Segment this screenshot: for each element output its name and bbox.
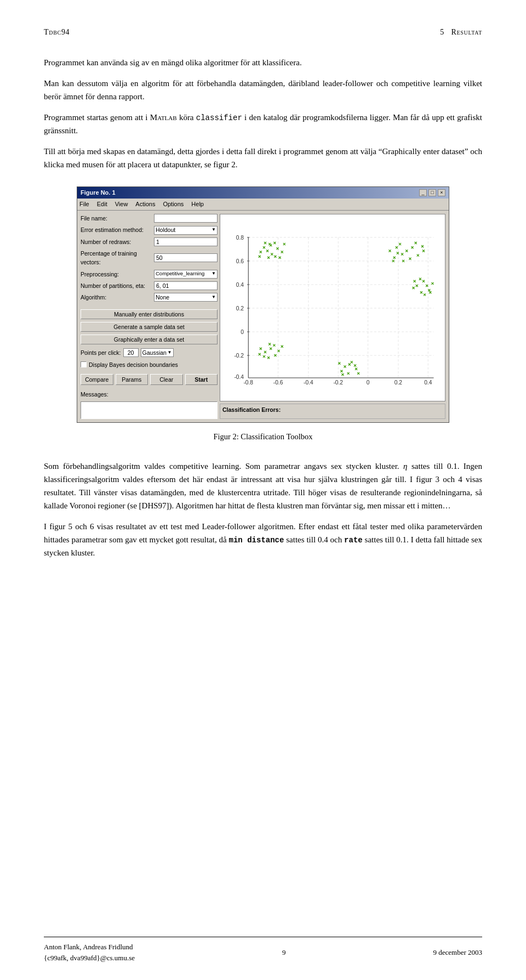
titlebar-buttons: _ □ × <box>419 189 445 196</box>
code-min-distance: min distance <box>229 536 284 545</box>
page-header: Tdbc94 5 Resultat <box>44 26 482 38</box>
params-button[interactable]: Params <box>116 374 148 385</box>
points-per-click-row: Points per click: 20 Gaussian ▼ <box>81 348 218 357</box>
manually-enter-button[interactable]: Manually enter distributions <box>81 309 218 319</box>
window-title: Figure No. 1 <box>81 188 116 197</box>
dropdown-arrow-4: ▼ <box>168 349 172 356</box>
dropdown-arrow-1: ▼ <box>211 226 216 233</box>
svg-text:0: 0 <box>241 329 244 335</box>
file-name-label: File name: <box>81 214 152 223</box>
bayes-checkbox-row: Display Bayes decision boundaries <box>81 360 218 369</box>
menu-actions[interactable]: Actions <box>135 200 155 209</box>
minimize-button[interactable]: _ <box>419 189 427 196</box>
page-footer: Anton Flank, Andreas Fridlund {c99afk, d… <box>44 937 482 964</box>
menu-file[interactable]: File <box>79 200 89 209</box>
figure-2-container: Figure No. 1 _ □ × File Edit View Action… <box>77 186 449 452</box>
page: Tdbc94 5 Resultat Programmet kan använda… <box>0 0 526 980</box>
clear-button[interactable]: Clear <box>150 374 183 385</box>
footer-page-number: 9 <box>282 947 286 958</box>
bottom-buttons-row: Compare Params Clear Start <box>81 374 218 385</box>
svg-text:0.2: 0.2 <box>236 305 244 311</box>
compare-button[interactable]: Compare <box>81 374 113 385</box>
paragraph-2: Man kan dessutom välja en algoritm för a… <box>44 77 482 103</box>
partitions-row: Number of partitions, eta: 6, 01 <box>81 281 218 290</box>
algorithm-row: Algorithm: None ▼ <box>81 293 218 302</box>
training-vectors-label: Percentage of training vectors: <box>81 249 152 267</box>
training-vectors-row: Percentage of training vectors: 50 <box>81 249 218 267</box>
algorithm-dropdown[interactable]: None ▼ <box>154 293 218 302</box>
redraws-row: Number of redraws: 1 <box>81 237 218 246</box>
svg-text:0: 0 <box>367 380 370 386</box>
menu-edit[interactable]: Edit <box>97 200 107 209</box>
svg-text:0.4: 0.4 <box>424 380 432 386</box>
post-figure-paragraph-2: I figur 5 och 6 visas resultatet av ett … <box>44 520 482 559</box>
preprocessing-row: Preprocessing: Competitive_learning ▼ <box>81 270 218 279</box>
svg-text:0.4: 0.4 <box>236 282 244 288</box>
matlab-content: File name: Error estimation method: Hold… <box>77 211 449 422</box>
code-rate: rate <box>344 536 363 545</box>
header-left: Tdbc94 <box>44 26 70 38</box>
paragraph-3: Programmet startas genom att i Matlab kö… <box>44 111 482 137</box>
svg-text:0.8: 0.8 <box>236 235 244 241</box>
preprocessing-label: Preprocessing: <box>81 270 152 279</box>
scatter-plot-svg: 0.8 0.6 0.4 0.2 0 <box>220 214 445 401</box>
partitions-label: Number of partitions, eta: <box>81 281 152 290</box>
classification-errors-box: Classification Errors: <box>220 404 445 419</box>
svg-text:-0.8: -0.8 <box>243 380 253 386</box>
paragraph-1: Programmet kan använda sig av en mängd o… <box>44 56 482 69</box>
footer-email: {c99afk, dva99afd}@cs.umu.se <box>44 954 135 962</box>
maximize-button[interactable]: □ <box>428 189 436 196</box>
graphically-enter-button[interactable]: Graphically enter a data set <box>81 335 218 344</box>
plot-area: 0.8 0.6 0.4 0.2 0 <box>220 214 445 401</box>
bayes-checkbox-label: Display Bayes decision boundaries <box>89 360 178 369</box>
left-panel: File name: Error estimation method: Hold… <box>81 214 218 419</box>
post-figure-paragraph-1: Som förbehandlingsalgoritm valdes compet… <box>44 460 482 512</box>
bayes-checkbox[interactable] <box>81 361 87 367</box>
footer-date: 9 december 2003 <box>433 947 482 958</box>
menu-help[interactable]: Help <box>191 200 204 209</box>
code-classifier: classifier <box>196 114 242 122</box>
error-estimation-row: Error estimation method: Holdout ▼ <box>81 225 218 234</box>
points-per-click-label: Points per click: <box>81 348 121 357</box>
error-estimation-dropdown[interactable]: Holdout ▼ <box>154 226 218 235</box>
matlab-menubar: File Edit View Actions Options Help <box>77 199 449 211</box>
svg-rect-0 <box>220 226 445 389</box>
right-panel: 0.8 0.6 0.4 0.2 0 <box>220 214 445 419</box>
redraws-input[interactable]: 1 <box>154 237 218 246</box>
svg-text:-0.4: -0.4 <box>234 374 244 380</box>
partitions-input[interactable]: 6, 01 <box>154 281 218 290</box>
preprocessing-dropdown[interactable]: Competitive_learning ▼ <box>154 270 218 279</box>
footer-authors: Anton Flank, Andreas Fridlund <box>44 943 133 951</box>
matlab-window: Figure No. 1 _ □ × File Edit View Action… <box>77 186 449 423</box>
header-right: 5 Resultat <box>440 26 482 38</box>
gaussian-dropdown[interactable]: Gaussian ▼ <box>141 348 174 357</box>
svg-text:-0.2: -0.2 <box>234 353 244 359</box>
svg-text:-0.4: -0.4 <box>304 380 313 386</box>
start-button[interactable]: Start <box>185 374 218 385</box>
matlab-titlebar: Figure No. 1 _ □ × <box>77 187 449 199</box>
error-estimation-label: Error estimation method: <box>81 225 152 234</box>
generate-sample-button[interactable]: Generate a sample data set <box>81 322 218 332</box>
dropdown-arrow-3: ▼ <box>211 294 216 301</box>
algorithm-label: Algorithm: <box>81 293 152 302</box>
points-per-click-input[interactable]: 20 <box>123 348 139 357</box>
menu-view[interactable]: View <box>115 200 128 209</box>
file-name-input[interactable] <box>154 214 218 223</box>
messages-label: Messages: <box>81 390 218 399</box>
svg-text:0.6: 0.6 <box>236 258 244 264</box>
svg-text:-0.2: -0.2 <box>333 380 343 386</box>
training-vectors-input[interactable]: 50 <box>154 253 218 262</box>
redraws-label: Number of redraws: <box>81 237 152 246</box>
close-button[interactable]: × <box>438 189 445 196</box>
messages-box <box>81 401 218 419</box>
dropdown-arrow-2: ▼ <box>211 270 216 277</box>
classification-errors-label: Classification Errors: <box>222 406 281 413</box>
paragraph-4: Till att börja med skapas en datamängd, … <box>44 145 482 171</box>
svg-text:-0.6: -0.6 <box>273 380 283 386</box>
footer-left: Anton Flank, Andreas Fridlund {c99afk, d… <box>44 942 135 964</box>
svg-text:0.2: 0.2 <box>395 380 403 386</box>
file-name-row: File name: <box>81 214 218 223</box>
menu-options[interactable]: Options <box>163 200 184 209</box>
figure-caption: Figur 2: Classification Toolbox <box>213 430 312 443</box>
